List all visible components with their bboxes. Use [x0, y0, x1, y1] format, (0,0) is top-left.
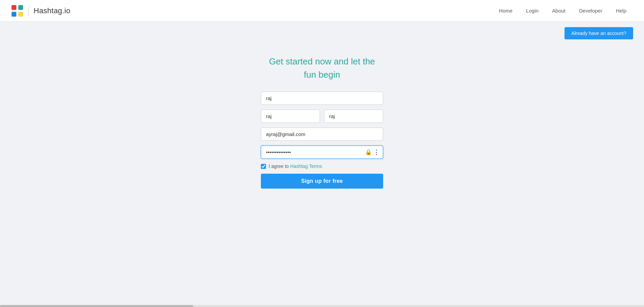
password-wrapper: 🔒 ⋮: [261, 146, 383, 159]
username-input[interactable]: [261, 92, 383, 105]
brand-name: Hashtag.io: [34, 6, 70, 15]
password-input[interactable]: [261, 146, 383, 159]
svg-rect-3: [18, 12, 23, 16]
email-input[interactable]: [261, 128, 383, 141]
password-icons: 🔒 ⋮: [365, 149, 380, 156]
scroll-bar: [0, 305, 644, 307]
sub-header: Already have an account?: [0, 22, 644, 45]
svg-rect-2: [12, 12, 16, 16]
nav-developer[interactable]: Developer: [572, 5, 609, 16]
last-name-input[interactable]: [324, 110, 383, 123]
main-nav: Home Login About Developer Help: [492, 5, 633, 16]
terms-text: I agree to: [269, 164, 290, 169]
terms-row: I agree to Hashtag Terms: [261, 164, 383, 169]
nav-about[interactable]: About: [545, 5, 572, 16]
nav-login[interactable]: Login: [519, 5, 545, 16]
svg-rect-1: [18, 5, 23, 9]
password-options-icon[interactable]: ⋮: [373, 149, 380, 156]
lock-icon: 🔒: [365, 149, 372, 155]
logo-divider: [29, 6, 29, 16]
signup-button[interactable]: Sign up for free: [261, 174, 383, 189]
terms-link[interactable]: Hashtag Terms: [290, 164, 322, 169]
signup-form: 🔒 ⋮ I agree to Hashtag Terms Sign up for…: [261, 92, 383, 189]
name-row: [261, 110, 383, 123]
terms-checkbox[interactable]: [261, 164, 266, 169]
svg-rect-0: [12, 5, 16, 9]
already-account-button[interactable]: Already have an account?: [565, 27, 633, 39]
logo-icon: [11, 4, 24, 17]
main-content: Get started now and let the fun begin 🔒 …: [0, 45, 644, 189]
page-headline: Get started now and let the fun begin: [269, 55, 375, 81]
nav-home[interactable]: Home: [492, 5, 519, 16]
first-name-input[interactable]: [261, 110, 320, 123]
scroll-indicator: [0, 305, 193, 307]
headline-line1: Get started now and let the: [269, 56, 375, 66]
headline-line2: fun begin: [304, 70, 340, 80]
nav-help[interactable]: Help: [609, 5, 633, 16]
logo-area: Hashtag.io: [11, 4, 70, 17]
terms-label[interactable]: I agree to Hashtag Terms: [269, 164, 322, 169]
